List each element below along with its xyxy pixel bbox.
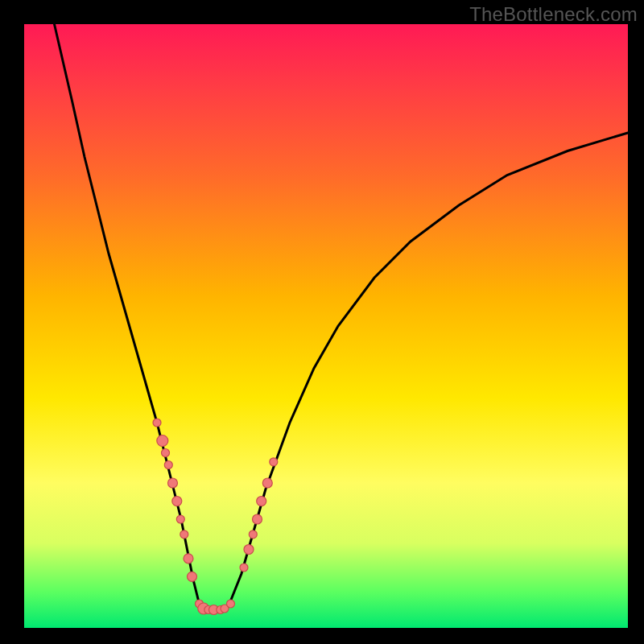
watermark-label: TheBottleneck.com xyxy=(469,3,638,26)
data-points xyxy=(153,419,278,615)
data-point xyxy=(164,461,172,469)
chart-svg xyxy=(24,24,628,628)
data-point xyxy=(153,419,161,427)
data-point xyxy=(188,572,197,581)
data-point xyxy=(240,564,248,572)
data-point xyxy=(172,497,182,506)
data-point xyxy=(257,497,266,506)
data-point xyxy=(262,478,272,488)
data-point xyxy=(162,449,170,457)
data-point xyxy=(157,436,168,447)
data-point xyxy=(176,515,184,523)
bottleneck-curve xyxy=(55,24,629,610)
data-point xyxy=(244,545,254,555)
chart-frame: TheBottleneck.com xyxy=(0,0,644,644)
data-point xyxy=(227,600,235,608)
data-point xyxy=(180,530,188,539)
data-point xyxy=(184,554,193,564)
data-point xyxy=(168,478,178,488)
data-point xyxy=(249,530,257,539)
plot-area xyxy=(24,24,628,628)
data-point xyxy=(270,458,278,466)
data-point xyxy=(253,514,262,524)
